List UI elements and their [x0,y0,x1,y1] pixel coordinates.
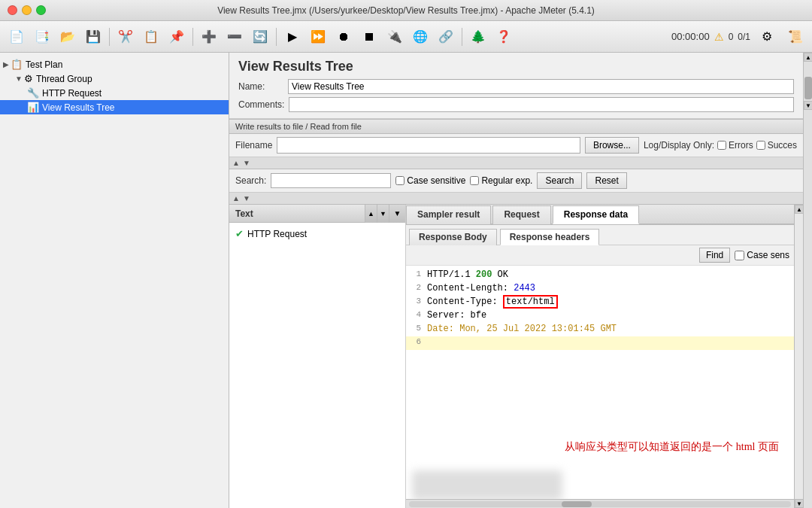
panel-title: View Results Tree [238,59,794,75]
filename-input[interactable] [277,137,580,154]
annotation-text: 从响应头类型可以知道返回的是一个 html 页面 [565,440,779,454]
filename-row: Filename Browse... Log/Display Only: Err… [229,134,803,157]
window-controls[interactable] [8,5,46,15]
line-content-6 [427,336,794,348]
line-content-2: Content-Length: 2443 [427,282,794,294]
separator-3 [276,28,277,46]
log-display: Log/Display Only: Errors Succes [644,140,797,151]
scroll-up-icon-2[interactable]: ▲ [232,194,240,202]
search-bar: Search: Case sensitive Regular exp. Sear… [229,169,803,193]
minimize-button[interactable] [22,5,32,15]
templates-button[interactable]: 📑 [30,25,54,49]
separator-4 [462,28,462,46]
blurred-content [412,470,562,499]
outer-right-scrollbar[interactable]: ▲ ▼ [803,53,812,508]
tab-request[interactable]: Request [492,205,550,224]
line-content-4: Server: bfe [427,309,794,321]
tree-item-test-plan[interactable]: ▶ 📋 Test Plan [0,57,229,71]
remote2-button[interactable]: 🔗 [434,25,458,49]
tree-item-thread-group[interactable]: ▼ ⚙ Thread Group [0,71,229,86]
success-checkbox[interactable] [756,141,765,150]
code-area: 1 HTTP/1.1 200 OK 2 Content-Length: 2443… [406,266,794,499]
timer-display: 00:00:00 [671,31,710,42]
subtab-response-body[interactable]: Response Body [409,229,497,245]
name-row: Name: [238,79,794,94]
reset-button[interactable]: Reset [586,172,626,189]
bottom-scroll-thumb[interactable] [562,501,592,507]
maximize-button[interactable] [36,5,46,15]
regex-label[interactable]: Regular exp. [470,175,532,186]
add-button[interactable]: ➕ [197,25,221,49]
errors-checkbox[interactable] [717,141,726,150]
tree-item-view-results-tree[interactable]: 📊 View Results Tree [0,100,229,114]
separator-1 [109,28,110,46]
case-sensitive-label[interactable]: Case sensitive [395,175,465,186]
success-checkbox-label[interactable]: Succes [756,140,797,151]
case-sens-label: Case sens [747,250,789,260]
right-content: Sampler result Request Response data Res… [406,205,794,508]
line-num-3: 3 [406,296,427,306]
outer-scroll-down[interactable]: ▼ [804,101,812,110]
result-item-http-request[interactable]: ✔ HTTP Request [229,226,405,242]
find-button[interactable]: Find [699,248,730,263]
save-button[interactable]: 💾 [81,25,105,49]
comments-input[interactable] [289,97,794,112]
bottom-scrollbar[interactable] [406,499,794,508]
browse-button[interactable]: Browse... [585,137,639,154]
scroll-down-arrow[interactable]: ▼ [795,499,803,508]
search-input[interactable] [271,173,391,188]
errors-label: Errors [729,140,753,151]
case-sens-check[interactable]: Case sens [735,250,789,260]
dropdown-scroll-up[interactable]: ▲ [365,205,377,223]
tree-label-view-results-tree: View Results Tree [42,102,115,113]
scroll-down-icon[interactable]: ▼ [243,159,250,167]
stop-button[interactable]: ⏺ [332,25,356,49]
search-button[interactable]: Search [537,172,582,189]
new-button[interactable]: 📄 [5,25,29,49]
remote-button[interactable]: 🌐 [408,25,432,49]
open-button[interactable]: 📂 [56,25,80,49]
scroll-down-icon-2[interactable]: ▼ [243,194,250,202]
remove-button[interactable]: ➖ [223,25,247,49]
tree-item-http-request[interactable]: 🔧 HTTP Request [0,86,229,100]
close-button[interactable] [8,5,17,15]
clear-button[interactable]: 🔄 [248,25,272,49]
cut-button[interactable]: ✂️ [114,25,138,49]
regex-checkbox[interactable] [470,176,479,185]
search-label: Search: [235,175,266,186]
paste-button[interactable]: 📌 [165,25,189,49]
run-no-pause-button[interactable]: ⏩ [306,25,330,49]
case-sens-checkbox[interactable] [735,251,744,260]
subtab-response-headers[interactable]: Response headers [500,229,600,245]
case-sensitive-checkbox[interactable] [395,176,404,185]
tab-sampler-result[interactable]: Sampler result [406,205,491,224]
shutdown-button[interactable]: 🔌 [383,25,407,49]
stop-now-button[interactable]: ⏹ [357,25,381,49]
separator-2 [192,28,193,46]
panel-header: View Results Tree Name: Comments: [229,53,803,119]
tree-button[interactable]: 🌲 [466,25,490,49]
line-num-1: 1 [406,269,427,278]
dropdown-arrow[interactable]: ▼ [389,205,405,223]
run-button[interactable]: ▶ [280,25,304,49]
scroll-up-icon[interactable]: ▲ [232,159,240,167]
settings-button[interactable]: ⚙ [755,25,779,49]
result-list: ✔ HTTP Request [229,223,405,508]
copy-button[interactable]: 📋 [139,25,163,49]
tree-arrow-thread-group: ▼ [15,75,23,83]
outer-scroll-up[interactable]: ▲ [804,53,812,62]
errors-checkbox-label[interactable]: Errors [717,140,753,151]
tab-response-data[interactable]: Response data [553,205,639,224]
annotation-area: 从响应头类型可以知道返回的是一个 html 页面 [406,350,794,440]
log-button[interactable]: 📜 [783,25,807,49]
scroll-up-arrow[interactable]: ▲ [795,205,803,214]
bottom-scroll-track[interactable] [409,501,791,507]
name-input[interactable] [288,79,794,94]
dropdown-scroll-down[interactable]: ▼ [377,205,389,223]
line-num-2: 2 [406,282,427,292]
name-label: Name: [238,81,283,92]
right-scrollbar[interactable]: ▲ ▼ [794,205,803,508]
outer-scroll-thumb[interactable] [804,77,812,99]
line-content-5: Date: Mon, 25 Jul 2022 13:01:45 GMT [427,323,794,334]
help-button[interactable]: ❓ [492,25,516,49]
